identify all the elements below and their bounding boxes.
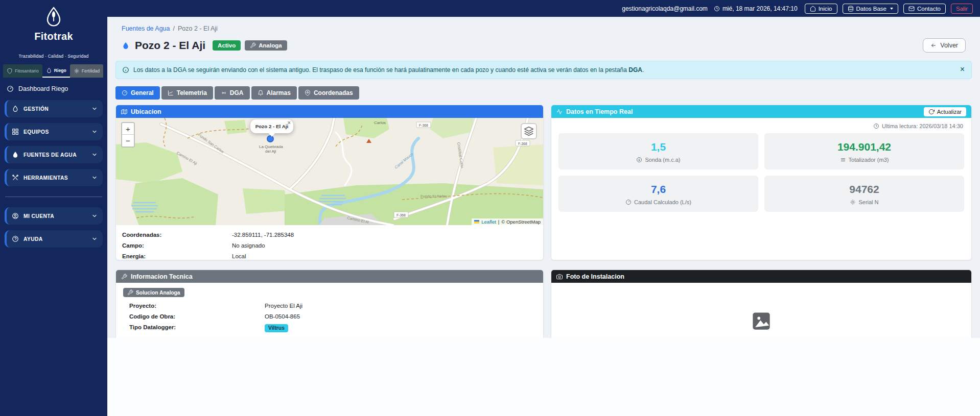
stat-label-row: Caudal Calculado (L/s) (558, 199, 758, 205)
stat-label: Totalizador (m3) (849, 157, 889, 163)
datalogger-type-badge: Viltrus (265, 324, 288, 332)
stat-label: Serial N (858, 199, 878, 205)
map-attribution: Leaflet | © OpenStreetMap (472, 218, 543, 225)
tab-general[interactable]: General (115, 86, 160, 100)
salir-button[interactable]: Salir (951, 4, 973, 14)
type-badge: Analoga (245, 40, 287, 51)
drop-icon (12, 151, 19, 158)
stat-sonda: 1,5 Sonda (m.c.a) (558, 133, 758, 169)
module-tab-riego[interactable]: Riego (42, 64, 70, 78)
last-reading-text: Ultima lectura: 2026/03/18 14:30 (882, 123, 963, 129)
menu-label: HERRAMIENTAS (24, 175, 68, 181)
module-tab-label: Fitosanitario (15, 68, 39, 74)
leaflet-link[interactable]: Leaflet (481, 219, 496, 225)
topbar-datetime: mié, 18 mar 2026, 14:47:10 (714, 5, 798, 12)
image-placeholder-icon (752, 311, 771, 331)
contacto-label: Contacto (917, 6, 941, 12)
zoom-out-button[interactable]: − (122, 135, 134, 146)
stat-serial: 94762 Serial N (764, 176, 964, 212)
attribution-separator: | (498, 219, 499, 225)
ubicacion-fields: Coordenadas: -32.859111, -71.285348 Camp… (116, 225, 543, 260)
info-tecnica-card-header: Informacion Tecnica (116, 270, 543, 283)
tab-alarmas[interactable]: Alarmas (251, 86, 297, 100)
sidebar-item-fuentes-de-agua[interactable]: FUENTES DE AGUA (5, 146, 103, 163)
popup-tail (268, 133, 275, 137)
close-icon[interactable]: × (960, 65, 965, 74)
shield-icon (7, 68, 13, 74)
dga-info-banner: Los datos a la DGA se seguirán enviando … (115, 61, 972, 79)
tiempo-real-title: Datos en Tiempo Real (566, 108, 633, 115)
popup-close-icon[interactable]: × (288, 119, 291, 126)
zoom-in-button[interactable]: + (122, 123, 134, 135)
chevron-down-icon (91, 106, 98, 112)
layers-icon (524, 126, 534, 136)
main-area: gestionagricolaqda@gmail.com mié, 18 mar… (107, 0, 980, 416)
leaflet-map[interactable]: Carlos Fundo San Carlos Camino El Aji La… (116, 118, 543, 225)
tab-dga[interactable]: DGA (215, 86, 250, 100)
sidebar-menu-secondary: MI CUENTA AYUDA (0, 206, 107, 248)
page-footer-space (107, 338, 980, 416)
map-tiles: Carlos Fundo San Carlos Camino El Aji La… (116, 118, 543, 225)
sidebar-item-ayuda[interactable]: AYUDA (5, 230, 103, 248)
field-label: Coordenadas: (122, 232, 232, 238)
stat-value: 194.901,42 (764, 141, 964, 153)
osm-attribution: © OpenStreetMap (501, 219, 541, 225)
lines-icon (840, 157, 846, 163)
contacto-button[interactable]: Contacto (903, 4, 946, 14)
brand-name: Fitotrak (0, 31, 107, 42)
map-icon (121, 109, 127, 115)
sidebar-item-gestion[interactable]: GESTIÓN (5, 100, 103, 117)
row-codigo-obra: Codigo de Obra: OB-0504-865 (123, 311, 536, 322)
svg-text:F-368: F-368 (396, 213, 406, 217)
ubicacion-card: Ubicacion (115, 105, 544, 260)
detail-tabs: General Telemetria DGA Alarmas Coordenad… (115, 86, 972, 100)
module-tab-fertilidad[interactable]: Fertilidad (70, 64, 103, 78)
caret-down-icon (890, 8, 893, 10)
type-badge-label: Analoga (259, 42, 282, 48)
field-coordenadas: Coordenadas: -32.859111, -71.285348 (116, 229, 543, 240)
map-label-fundo-el-retiro: Fundo El Retiro (421, 194, 447, 199)
wrench-icon (250, 42, 256, 48)
solucion-analoga-badge: Solucion Analoga (123, 288, 184, 297)
map-label-carlos: Carlos (374, 120, 386, 125)
sidebar-item-equipos[interactable]: EQUIPOS (5, 123, 103, 140)
tools-icon (12, 174, 19, 181)
row-proyecto: Proyecto: Proyecto El Aji (123, 300, 536, 311)
grid-icon (12, 128, 19, 135)
info-icon (122, 66, 129, 74)
ukraine-flag-icon (474, 220, 479, 224)
tiempo-real-card: Datos en Tiempo Real Actualizar Ultima l… (551, 105, 972, 260)
gauge-icon (625, 199, 632, 205)
tab-telemetria[interactable]: Telemetria (161, 86, 213, 100)
actualizar-button[interactable]: Actualizar (924, 107, 966, 116)
info-tecnica-title: Informacion Tecnica (131, 273, 193, 280)
stat-label: Sonda (m.c.a) (645, 157, 680, 163)
ubicacion-card-header: Ubicacion (116, 105, 543, 118)
tab-label: Coordenadas (314, 89, 353, 96)
brand-block: Fitotrak (0, 0, 107, 42)
module-tab-fitosanitario[interactable]: Fitosanitario (3, 64, 42, 78)
stat-value: 7,6 (558, 183, 758, 195)
realtime-stats: 1,5 Sonda (m.c.a) 194.901,42 Totalizador… (551, 132, 971, 213)
menu-label: MI CUENTA (24, 213, 54, 219)
breadcrumb-link-fuentes[interactable]: Fuentes de Agua (122, 25, 170, 32)
clock-icon (714, 6, 720, 12)
tab-coordenadas[interactable]: Coordenadas (298, 86, 359, 100)
wrench-icon (127, 289, 133, 296)
field-value: No asignado (232, 242, 543, 249)
field-energia: Energia: Local (116, 251, 543, 260)
volver-button[interactable]: Volver (923, 38, 966, 53)
sidebar-item-dashboard-riego[interactable]: Dashboard Riego (0, 78, 107, 99)
svg-text:F-368: F-368 (518, 142, 527, 145)
datos-base-button[interactable]: Datos Base (843, 4, 898, 14)
field-value: Local (232, 253, 543, 259)
sidebar-item-mi-cuenta[interactable]: MI CUENTA (5, 207, 103, 225)
user-icon (12, 212, 19, 219)
sidebar-item-herramientas[interactable]: HERRAMIENTAS (5, 169, 103, 186)
module-tabs: Fitosanitario Riego Fertilidad (0, 64, 107, 78)
map-layers-control[interactable] (521, 123, 537, 139)
inicio-button[interactable]: Inicio (805, 4, 837, 14)
status-badge-label: Activo (218, 42, 236, 48)
svg-text:F-368: F-368 (419, 124, 428, 127)
field-label: Tipo Datalogger: (129, 324, 265, 332)
